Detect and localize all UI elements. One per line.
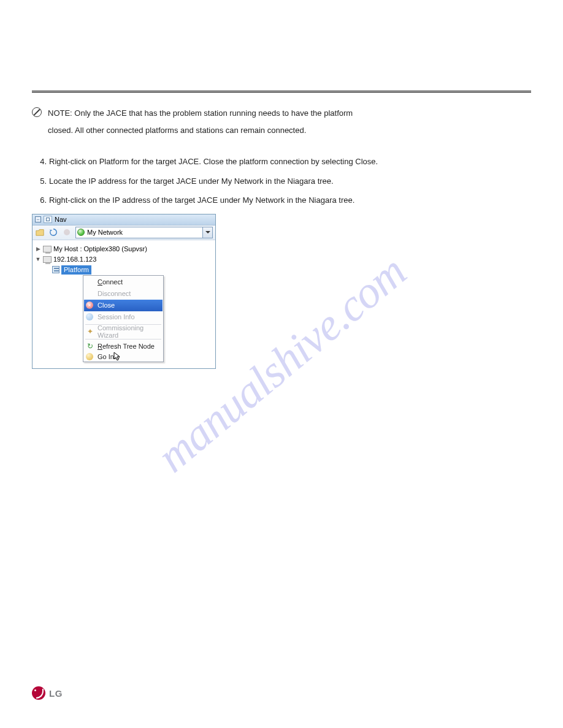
nav-titlebar: – Nav	[33, 214, 215, 226]
nav-tree: ▶ My Host : Optiplex380 (Supvsr) ▼ 192.1…	[33, 240, 215, 368]
cursor-icon	[113, 352, 121, 362]
close-icon: ×	[86, 301, 93, 309]
platform-icon	[52, 266, 59, 273]
network-combo[interactable]: My Network	[75, 227, 213, 238]
lg-logo-text: LG	[49, 688, 63, 699]
expander-icon[interactable]: ▼	[35, 256, 41, 262]
refresh-icon[interactable]	[48, 227, 58, 237]
menu-go-into[interactable]: Go Into	[84, 352, 163, 361]
nav-panel: – Nav My Network ▶ My Hos	[32, 214, 216, 369]
menu-connect[interactable]: CConnectonnect	[84, 276, 163, 288]
nav-title: Nav	[55, 216, 67, 223]
tree-row-ip[interactable]: ▼ 192.168.1.123	[35, 254, 213, 265]
globe-icon	[77, 229, 85, 236]
step-5: 5. Locate the IP address for the target …	[32, 175, 531, 188]
host-icon	[43, 246, 52, 252]
menu-close[interactable]: × Close	[84, 300, 163, 311]
lg-logo-icon	[32, 686, 45, 700]
go-into-icon	[86, 353, 93, 360]
svg-point-0	[64, 229, 70, 235]
expander-icon[interactable]: ▶	[35, 246, 41, 252]
menu-session-info: Session Info	[84, 311, 163, 323]
tree-row-host[interactable]: ▶ My Host : Optiplex380 (Supvsr)	[35, 244, 213, 254]
chevron-down-icon[interactable]	[202, 227, 212, 238]
nav-toolbar: My Network	[33, 226, 215, 240]
menu-commissioning-wizard: ✦ Commissioning Wizard	[84, 326, 163, 338]
note-text: NOTE: Only the JACE that has the problem…	[48, 107, 353, 141]
minimize-icon[interactable]: –	[35, 216, 41, 222]
session-info-icon	[86, 313, 93, 320]
refresh-tree-icon: ↻	[86, 342, 94, 351]
tree-row-platform[interactable]: Platform	[35, 265, 213, 275]
stop-icon	[62, 227, 72, 237]
context-menu: CConnectonnect Disconnect × Close Sessio…	[83, 275, 164, 362]
section-divider	[32, 91, 531, 93]
panel-tab-icon[interactable]	[44, 216, 52, 223]
combo-text: My Network	[87, 229, 202, 236]
lg-logo: LG	[32, 686, 63, 700]
menu-disconnect: Disconnect	[84, 288, 163, 300]
platform-selected-label: Platform	[61, 265, 91, 275]
menu-refresh-tree[interactable]: ↻ Refresh Tree NodeRefresh Tree Node	[84, 341, 163, 352]
home-folder-icon[interactable]	[35, 227, 45, 237]
prohibit-icon	[32, 107, 42, 117]
host-icon	[43, 256, 52, 263]
step-4: 4. Right-click on Platform for the targe…	[32, 156, 531, 168]
step-6: 6. Right-click on the IP address of the …	[32, 194, 531, 207]
wizard-icon: ✦	[86, 327, 94, 336]
